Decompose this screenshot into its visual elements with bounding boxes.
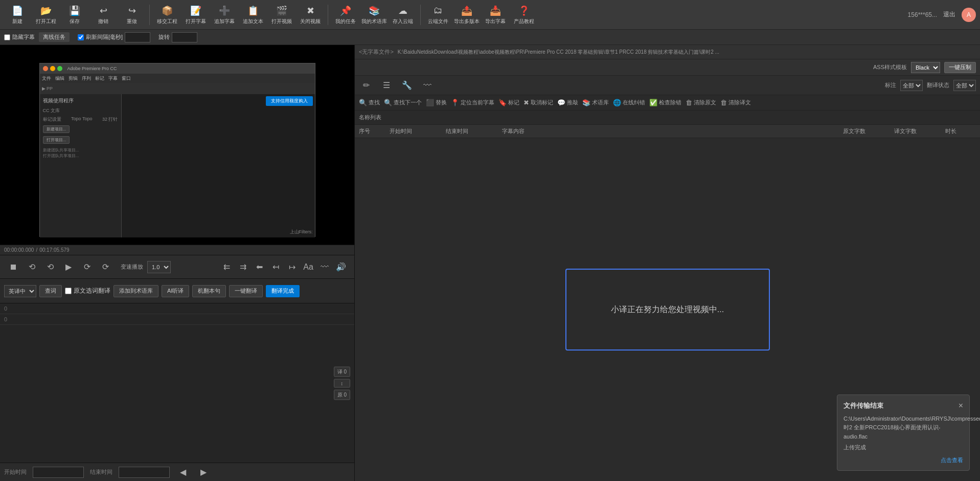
toolbar-btn-open-project[interactable]: 📂 打开工程 — [33, 2, 59, 28]
stop-btn[interactable]: ⏹ — [6, 260, 20, 274]
end-time-input[interactable]: 00:00:00.000 — [119, 467, 170, 478]
one-key-press-btn[interactable]: 一键压制 — [944, 62, 976, 73]
toolbar-btn-cloud-file[interactable]: 🗂 云端文件 — [425, 2, 451, 28]
align-left-btn[interactable]: ⇇ — [219, 260, 234, 274]
premiere-close-btn[interactable] — [43, 66, 48, 71]
export-text-icon: 📤 — [461, 5, 473, 17]
search-glossary[interactable]: 📚 术语库 — [582, 99, 609, 106]
play-btn[interactable]: ▶ — [61, 260, 76, 274]
open-video-icon: 🎬 — [276, 5, 288, 17]
translate-complete-btn[interactable]: 翻译完成 — [266, 285, 300, 297]
search-unmark[interactable]: ✖ 取消标记 — [523, 99, 553, 106]
toolbar-btn-move-project-label: 移交工程 — [157, 18, 177, 25]
trans-status-select[interactable]: 全部 — [953, 80, 976, 91]
pr-new-project-btn[interactable]: 新建项目... — [43, 125, 70, 133]
wave-tools-icon[interactable]: 〰 — [420, 78, 435, 93]
premiere-titlebar: Adobe Premiere Pro CC — [40, 63, 315, 74]
next-subtitle-btn[interactable]: ▶ — [196, 465, 211, 479]
prev-subtitle-btn[interactable]: ◀ — [176, 465, 190, 479]
rotate-input[interactable]: 0 — [172, 32, 197, 42]
premiere-max-btn[interactable] — [57, 66, 62, 71]
product-tutorial-icon: ❓ — [518, 5, 530, 17]
search-replace[interactable]: ⬛ 替换 — [426, 99, 447, 106]
toolbar-btn-new[interactable]: 📄 新建 — [4, 2, 31, 28]
hide-subtitle-checkbox-label[interactable]: 隐藏字幕 — [4, 33, 35, 41]
wave-btn[interactable]: 〰 — [317, 260, 332, 274]
hide-subtitle-checkbox[interactable] — [4, 34, 10, 40]
toolbar-btn-save[interactable]: 💾 保存 — [61, 2, 88, 28]
toolbar-btn-move-project[interactable]: 📦 移交工程 — [154, 2, 180, 28]
refresh-interval-input[interactable]: 500 — [125, 32, 150, 42]
ass-style-bar: ASS样式模板 Black 一键压制 — [355, 59, 980, 76]
premiere-min-btn[interactable] — [50, 66, 55, 71]
toolbar-btn-redo-label: 重做 — [127, 18, 137, 25]
mark-select[interactable]: 全部 — [900, 80, 923, 91]
toolbar-btn-my-tasks[interactable]: 📌 我的任务 — [332, 2, 359, 28]
forward-btn[interactable]: ⟳ — [80, 260, 94, 274]
search-find-next[interactable]: 🔍 查找下一个 — [384, 99, 422, 106]
rewind-btn[interactable]: ⟲ — [25, 260, 39, 274]
search-locate[interactable]: 📍 定位当前字幕 — [451, 99, 494, 106]
one-key-translate-btn[interactable]: 一键翻译 — [229, 285, 263, 297]
machine-sentence-btn[interactable]: 机翻本句 — [192, 285, 226, 297]
search-clear-trans[interactable]: 🗑 清除译文 — [720, 99, 751, 106]
search-find[interactable]: 🔍 查找 — [359, 99, 380, 106]
search-check-error[interactable]: ✅ 检查除错 — [649, 99, 681, 106]
refresh-interval-checkbox-label[interactable]: 刷新间隔[毫秒] — [78, 33, 123, 41]
toolbar-btn-my-glossary[interactable]: 📚 我的术语库 — [361, 2, 388, 28]
toolbar-btn-open-subtitle[interactable]: 📝 打开字幕 — [183, 2, 209, 28]
toolbar-btn-upload-cloud[interactable]: ☁ 存入云端 — [390, 2, 416, 28]
move-project-icon: 📦 — [161, 5, 173, 17]
toolbar-sep-1 — [149, 5, 150, 25]
back-btn[interactable]: ⟲ — [43, 260, 57, 274]
next-end-btn[interactable]: ↦ — [285, 260, 299, 274]
add-glossary-btn[interactable]: 添加到术语库 — [113, 285, 158, 297]
lang-select[interactable]: 英译中 — [4, 285, 36, 297]
indicator-swap[interactable]: ↕ — [334, 379, 350, 387]
mark-label: 标注 — [885, 81, 896, 89]
user-id-label: 156***65... — [908, 11, 937, 18]
subtitle-edit-area: 0 0 译 0 ↕ 原 0 — [0, 303, 354, 463]
volume-btn[interactable]: 🔊 — [334, 260, 348, 274]
toolbar-btn-product-tutorial[interactable]: ❓ 产品教程 — [511, 2, 537, 28]
prev-sub-btn[interactable]: ⬅ — [252, 260, 266, 274]
speed-select[interactable]: 1.0 0.5 1.5 2.0 — [147, 261, 171, 273]
pencil-icon[interactable]: ✏ — [359, 78, 373, 93]
toolbar-btn-open-video[interactable]: 🎬 打开视频 — [268, 2, 295, 28]
notif-close-btn[interactable]: × — [959, 401, 963, 410]
search-online-check[interactable]: 🌐 在线纠错 — [613, 99, 645, 106]
search-clear-orig[interactable]: 🗑 清除原文 — [686, 99, 716, 106]
toolbar-btn-export-subtitle[interactable]: 📥 导出字幕 — [482, 2, 509, 28]
toolbar-btn-close-video[interactable]: ✖ 关闭视频 — [297, 2, 324, 28]
find-next-label: 查找下一个 — [394, 99, 422, 106]
search-mark[interactable]: 🔖 标记 — [498, 99, 519, 106]
toolbar-btn-undo[interactable]: ↩ 撤销 — [90, 2, 117, 28]
logout-button[interactable]: 退出 — [943, 10, 955, 19]
search-refine[interactable]: 💬 推敲 — [557, 99, 578, 106]
th-trans: 译文字数 — [894, 127, 945, 135]
main-layout: Adobe Premiere Pro CC 文件 编辑 剪辑 序列 标记 字幕 … — [0, 45, 980, 481]
fast-forward-btn[interactable]: ⟳ — [98, 260, 112, 274]
ass-style-select[interactable]: Black — [911, 62, 940, 73]
list-icon[interactable]: ☰ — [379, 78, 394, 93]
toolbar-btn-redo[interactable]: ↪ 重做 — [119, 2, 145, 28]
orig-word-checkbox[interactable] — [65, 288, 72, 294]
premiere-left-panel: 视频使用程序 CC 文库 标记设置 Topo Topo 32 打针 新建项目..… — [40, 94, 122, 237]
lookup-btn[interactable]: 查词 — [39, 285, 62, 297]
toolbar-btn-add-subtitle[interactable]: ➕ 追加字幕 — [211, 2, 238, 28]
logout-label: 退出 — [943, 10, 955, 19]
settings-icon[interactable]: 🔧 — [400, 78, 414, 93]
align-center-btn[interactable]: ⇉ — [236, 260, 250, 274]
prev-start-btn[interactable]: ↤ — [268, 260, 283, 274]
start-time-input[interactable]: 00:00:00.000 — [33, 467, 84, 478]
pr-open-project-btn[interactable]: 打开项目... — [43, 136, 70, 144]
redo-icon: ↪ — [126, 5, 138, 17]
toolbar-btn-add-text[interactable]: 📋 追加文本 — [240, 2, 266, 28]
notif-link-btn[interactable]: 点击查看 — [844, 456, 963, 464]
orig-word-translate-label[interactable]: 原文选词翻译 — [65, 287, 110, 295]
ai-translate-btn[interactable]: AI听译 — [162, 285, 189, 297]
pr-start-btn[interactable]: 支持信用额度购入 — [266, 96, 313, 106]
toolbar-btn-export-text[interactable]: 📤 导出多版本 — [453, 2, 480, 28]
font-btn[interactable]: Aa — [301, 260, 315, 274]
refresh-interval-checkbox[interactable] — [78, 34, 84, 40]
